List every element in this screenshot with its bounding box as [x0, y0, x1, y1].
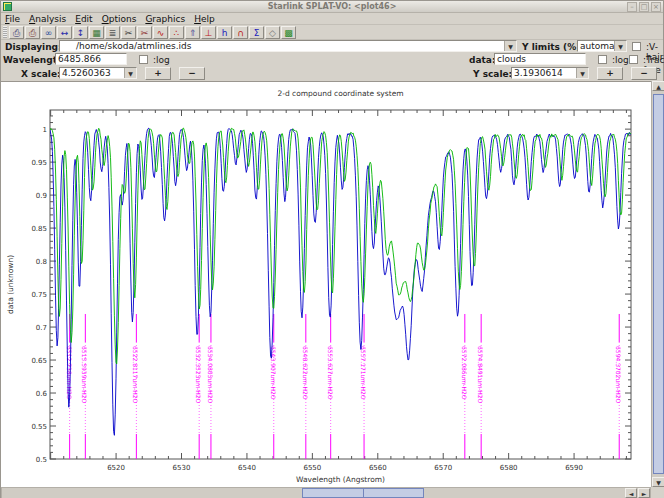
search-icon[interactable]: ∞	[41, 26, 56, 39]
line-id-label: 6534.0803um-H2O	[207, 346, 214, 404]
yscale-combo[interactable]: 3.1930614 ▼	[511, 67, 589, 79]
vertical-scrollbar[interactable]: ▲ ▼	[651, 81, 664, 487]
x-tick-label: 6580	[500, 464, 518, 472]
y-tick-label: 0.75	[31, 291, 47, 299]
print-icon[interactable]: ⎙	[9, 26, 24, 39]
cut-xrange-icon[interactable]: ✂	[137, 26, 152, 39]
close-button[interactable]: ×	[651, 2, 661, 12]
histogram-icon[interactable]: h	[217, 26, 232, 39]
line-id-label: 6512.738um-H2O	[66, 346, 73, 400]
menu-options[interactable]: Options	[102, 14, 137, 24]
line-id-label: 6522.8117um-H2O	[132, 346, 139, 404]
menu-file[interactable]: File	[5, 14, 20, 24]
x-axis-label: Wavelength (Angstrom)	[296, 475, 385, 484]
app-window: Starlink SPLAT-VO: <plot46> –□× FileAnal…	[0, 0, 664, 498]
y-tick-label: 0.9	[36, 192, 47, 200]
yscale-plus-button[interactable]: +	[597, 67, 623, 80]
menu-graphics[interactable]: Graphics	[145, 14, 185, 24]
spectrum-plot-canvas[interactable]: 2-d compound coordinate systemWavelength…	[1, 82, 651, 488]
data-input[interactable]: clouds	[494, 53, 586, 65]
line-id-label: 6532.3523um-H2O	[195, 346, 202, 404]
line-id-label: 6515.5939um-H2O	[81, 346, 88, 404]
y-tick-label: 0.85	[31, 225, 47, 233]
displaying-value: /home/skoda/atmlines.ids	[62, 41, 191, 51]
horizontal-scrollbar[interactable]: ◄ ►	[1, 487, 651, 498]
interpolate-line-icon[interactable]: ∿	[153, 26, 168, 39]
scroll-down-icon[interactable]: ▼	[652, 477, 664, 487]
x-tick-label: 6540	[238, 464, 256, 472]
scroll-right-icon[interactable]: ►	[638, 488, 650, 498]
x-tick-label: 6560	[369, 464, 387, 472]
xscale-label: X scale:	[21, 69, 61, 79]
x-tick-label: 6530	[173, 464, 191, 472]
y-tick-label: 0.6	[36, 390, 48, 398]
displaying-combo[interactable]: /home/skoda/atmlines.ids ▼	[59, 40, 517, 52]
line-id-label: 6553.627um-H2O	[327, 346, 334, 400]
deblend-arrow-icon[interactable]: ⇑	[185, 26, 200, 39]
menu-help[interactable]: Help	[194, 14, 215, 24]
xscale-minus-button[interactable]: −	[179, 67, 205, 80]
line-id-label: 6594.3702um-H2O	[615, 346, 622, 404]
fit-curve-icon[interactable]: ∩	[233, 26, 248, 39]
cut-region-icon[interactable]: ✂	[121, 26, 136, 39]
horizontal-scrollbar-thumb[interactable]	[302, 488, 424, 498]
menu-analysis[interactable]: Analysis	[29, 14, 66, 24]
print-postscript-icon[interactable]: ⎙	[25, 26, 40, 39]
title-bar[interactable]: Starlink SPLAT-VO: <plot46> –□×	[1, 1, 663, 13]
data-value: clouds	[497, 54, 526, 64]
x-tick-label: 6590	[565, 464, 583, 472]
ylimits-combo[interactable]: automatic ▼	[577, 40, 627, 52]
data-label: data:	[469, 55, 496, 65]
wavelength-value: 6485.866	[58, 54, 101, 64]
scroll-up-icon[interactable]: ▲	[652, 81, 664, 91]
x-tick-label: 6570	[434, 464, 452, 472]
yscale-minus-button[interactable]: −	[631, 67, 657, 80]
chevron-down-icon[interactable]: ▼	[576, 68, 588, 78]
vhair-checkbox[interactable]	[632, 42, 641, 51]
chevron-down-icon[interactable]: ▼	[124, 68, 136, 78]
wavelength-log-label: :log	[153, 55, 170, 65]
scroll-left-icon[interactable]: ◄	[625, 488, 637, 498]
line-id-label: 6557.171um-H2O	[360, 346, 367, 400]
stack-list-icon[interactable]: ≣	[105, 26, 120, 39]
xscale-combo[interactable]: 4.5260363 ▼	[59, 67, 137, 79]
minimize-button[interactable]: –	[627, 2, 637, 12]
toolbar-drag-handle[interactable]	[3, 26, 7, 38]
y-tick-label: 0.65	[31, 357, 47, 365]
ylimits-label: Y limits (%):	[522, 42, 584, 52]
displaying-label: Displaying:	[5, 42, 62, 52]
data-log-label: :log	[612, 55, 629, 65]
vertical-scrollbar-thumb[interactable]	[653, 94, 664, 474]
trackfree-checkbox[interactable]	[629, 55, 638, 64]
xscale-value: 4.5260363	[62, 68, 111, 78]
window-title: Starlink SPLAT-VO: <plot46>	[1, 2, 663, 11]
fit-width-icon[interactable]: ↔	[57, 26, 72, 39]
display-config-icon[interactable]: ▦	[89, 26, 104, 39]
yscale-value: 3.1930614	[514, 68, 563, 78]
scrollbar-corner	[651, 487, 664, 498]
maximize-button[interactable]: □	[639, 2, 649, 12]
stats-sigma-icon[interactable]: Σ	[249, 26, 264, 39]
xscale-plus-button[interactable]: +	[145, 67, 171, 80]
polygon-icon[interactable]: ◇	[265, 26, 280, 39]
yscale-label: Y scale:	[473, 69, 512, 79]
chevron-down-icon[interactable]: ▼	[614, 41, 626, 51]
toolbar: ⎙⎙∞↔↕▦≣✂✂∿∴⇑⊥h∩Σ◇▩	[1, 25, 663, 40]
grid-overlay-icon[interactable]: ▩	[281, 26, 296, 39]
chevron-down-icon[interactable]: ▼	[504, 41, 516, 51]
y-tick-label: 0.7	[36, 324, 47, 332]
plot-title: 2-d compound coordinate system	[277, 89, 403, 98]
y-tick-label: 0.55	[31, 423, 47, 431]
baseline-icon[interactable]: ⊥	[201, 26, 216, 39]
wavelength-input[interactable]: 6485.866	[55, 53, 127, 65]
spectrum-plot[interactable]: 2-d compound coordinate systemWavelength…	[1, 81, 651, 487]
y-axis-label: data (unknown)	[6, 255, 15, 314]
fit-height-icon[interactable]: ↕	[73, 26, 88, 39]
menu-edit[interactable]: Edit	[75, 14, 92, 24]
line-id-label: 6572.086um-H2O	[461, 346, 468, 400]
y-tick-label: 0.5	[36, 456, 47, 464]
wavelength-log-checkbox[interactable]	[139, 55, 148, 64]
draw-points-icon[interactable]: ∴	[169, 26, 184, 39]
data-log-checkbox[interactable]	[598, 55, 607, 64]
line-id-label: 6574.8491um-H2O	[477, 346, 484, 404]
